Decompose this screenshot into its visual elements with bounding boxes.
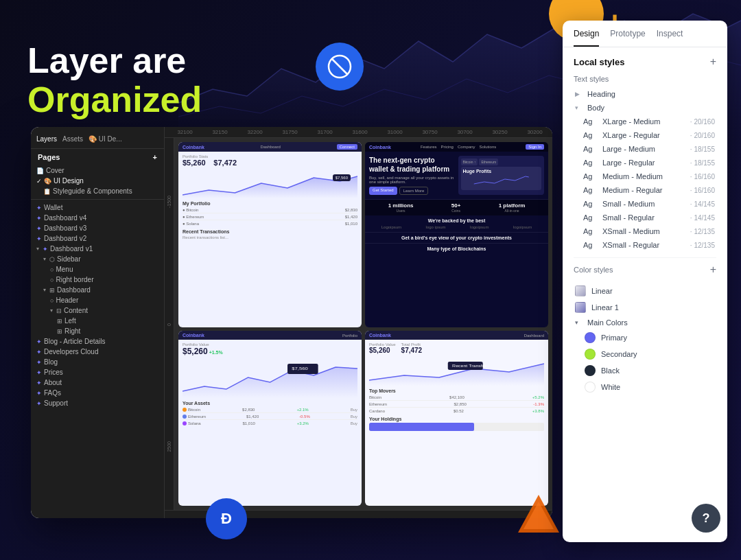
- color-styles-header: Color styles +: [574, 264, 716, 276]
- blockchains-text: Many type of Blockchains: [369, 246, 544, 251]
- frame-dashboard: Coinbank Dashboard Connect Portfolio Sta…: [178, 142, 362, 327]
- panel-tabs: Design Prototype Inspect: [563, 21, 727, 47]
- layer-menu[interactable]: ○ Menu: [31, 264, 164, 275]
- pages-list: 📄 Cover ✓ 🎨 UI Design 📋 Styleguide & Com…: [31, 165, 164, 200]
- dashboard-chart: [183, 171, 357, 198]
- help-icon: ?: [703, 511, 710, 526]
- white-color-swatch: [585, 382, 596, 393]
- layer-header[interactable]: ○ Header: [31, 295, 164, 305]
- layer-sidebar[interactable]: ▾ ⬡ Sidebar: [31, 254, 164, 264]
- pages-header: Pages +: [31, 149, 164, 165]
- blue-circle-icon: [316, 43, 364, 91]
- title-line2: Organized: [27, 80, 202, 119]
- frame-portfolio-header: Coinbank Portfolio: [178, 331, 362, 340]
- layer-dashboard-v3[interactable]: ✦ Dashboard v3: [31, 223, 164, 233]
- figma-panel-tabs: Layers Assets 🎨 UI De...: [31, 132, 164, 149]
- text-styles-label: Text styles: [574, 75, 716, 83]
- layer-left[interactable]: ⊞ Left: [31, 316, 164, 326]
- layer-dashboard-v1[interactable]: ▾ ✦ Dashboard v1: [31, 244, 164, 254]
- page-styleguide[interactable]: 📋 Styleguide & Components: [31, 186, 164, 196]
- style-large-medium[interactable]: Ag Large - Medium · 18/155: [574, 142, 716, 156]
- secondary-color-swatch: [585, 349, 596, 360]
- style-medium-medium[interactable]: Ag Medium - Medium · 16/160: [574, 170, 716, 183]
- layer-right[interactable]: ⊞ Right: [31, 326, 164, 336]
- style-xsmall-medium[interactable]: Ag XSmall - Medium · 12/135: [574, 224, 716, 238]
- layers-tab[interactable]: Layers: [36, 135, 57, 143]
- frame-landing: Coinbank Features Pricing Company Soluti…: [365, 142, 548, 327]
- style-linear[interactable]: Linear: [574, 283, 716, 299]
- layer-about[interactable]: ✦ About: [31, 377, 164, 388]
- body-arrow-icon: ▾: [575, 104, 582, 111]
- local-styles-title: Local styles: [574, 57, 624, 67]
- layer-dashboard-v2[interactable]: ✦ Dashboard v2: [31, 233, 164, 244]
- add-color-style-button[interactable]: +: [710, 264, 716, 276]
- figma-layers-panel: Layers Assets 🎨 UI De... Pages + 📄 Cover…: [31, 127, 165, 518]
- style-large-regular[interactable]: Ag Large - Regular · 18/155: [574, 156, 716, 170]
- coin-symbol: Ð: [221, 510, 232, 528]
- assets-tab[interactable]: Assets: [62, 135, 83, 143]
- design-panel: Design Prototype Inspect Local styles + …: [563, 21, 727, 542]
- tab-design[interactable]: Design: [574, 29, 599, 47]
- style-linear-1[interactable]: Linear 1: [574, 299, 716, 316]
- portfolio-chart: $7,560: [183, 360, 357, 398]
- slash-icon: [327, 54, 352, 79]
- style-group-body[interactable]: ▾ Body: [574, 101, 716, 115]
- color-styles-label: Color styles: [574, 266, 613, 274]
- style-xsmall-regular[interactable]: Ag XSmall - Regular · 12/135: [574, 238, 716, 252]
- body-style-items: Ag XLarge - Medium · 20/160 Ag XLarge - …: [574, 115, 716, 252]
- layer-content[interactable]: ▾ ⊟ Content: [31, 305, 164, 316]
- style-white[interactable]: White: [583, 379, 716, 395]
- color-styles-section: Color styles + Linear Linear 1 ▾ Main Co…: [574, 264, 716, 395]
- add-local-style-button[interactable]: +: [710, 56, 716, 68]
- black-color-swatch: [585, 365, 596, 376]
- tab-inspect[interactable]: Inspect: [657, 29, 683, 47]
- title-area: Layer are Organized: [27, 41, 202, 119]
- layers-list: ✦ Wallet ✦ Dashboard v4 ✦ Dashboard v3 ✦…: [31, 202, 164, 408]
- main-colors-arrow: ▾: [575, 319, 582, 326]
- style-medium-regular[interactable]: Ag Medium - Regular · 16/160: [574, 183, 716, 197]
- style-small-medium[interactable]: Ag Small - Medium · 14/145: [574, 197, 716, 211]
- layer-support[interactable]: ✦ Support: [31, 398, 164, 408]
- divider-1: [574, 257, 716, 258]
- ruler-vertical: -1500 0 2500: [165, 138, 174, 510]
- page-ui-design[interactable]: ✓ 🎨 UI Design: [31, 176, 164, 186]
- frame-dashboard-header: Coinbank Dashboard Connect: [178, 142, 362, 152]
- style-xlarge-regular[interactable]: Ag XLarge - Regular · 20/160: [574, 128, 716, 142]
- layer-blog[interactable]: ✦ Blog: [31, 357, 164, 367]
- ui-design-tab[interactable]: 🎨 UI De...: [89, 135, 122, 143]
- style-small-regular[interactable]: Ag Small - Regular · 14/145: [574, 211, 716, 224]
- pages-label: Pages: [38, 153, 60, 161]
- style-group-main-colors[interactable]: ▾ Main Colors: [574, 316, 716, 329]
- layer-dashboard[interactable]: ▾ ⊞ Dashboard: [31, 285, 164, 295]
- page-cover[interactable]: 📄 Cover: [31, 165, 164, 176]
- svg-line-1: [333, 60, 346, 73]
- deco-triangle: [515, 491, 563, 539]
- layer-faqs[interactable]: ✦ FAQs: [31, 388, 164, 398]
- layer-developers-cloud[interactable]: ✦ Developers Cloud: [31, 347, 164, 357]
- body-label: Body: [587, 104, 715, 112]
- layer-wallet[interactable]: ✦ Wallet: [31, 202, 164, 213]
- style-black[interactable]: Black: [583, 362, 716, 379]
- style-primary[interactable]: Primary: [583, 329, 716, 346]
- layer-prices[interactable]: ✦ Prices: [31, 367, 164, 377]
- main-color-items: Primary Secondary Black White: [574, 329, 716, 395]
- heading-arrow-icon: ▶: [575, 91, 582, 97]
- style-group-heading[interactable]: ▶ Heading: [574, 87, 716, 101]
- screenshot-frame: Layers Assets 🎨 UI De... Pages + 📄 Cover…: [31, 127, 552, 518]
- layer-blog-article[interactable]: ✦ Blog - Article Details: [31, 336, 164, 347]
- style-secondary[interactable]: Secondary: [583, 346, 716, 362]
- landing-headline: The next-gen crypto wallet & trading pla…: [369, 156, 456, 174]
- layer-right-border[interactable]: ○ Right border: [31, 275, 164, 285]
- layer-dashboard-v4[interactable]: ✦ Dashboard v4: [31, 213, 164, 223]
- title-line1: Layer are: [27, 41, 202, 80]
- add-page-button[interactable]: +: [153, 153, 157, 161]
- triangle-icon: [515, 491, 563, 539]
- tab-prototype[interactable]: Prototype: [610, 29, 645, 47]
- landing-mini-chart: [463, 174, 540, 187]
- ruler-horizontal: 32100 32150 32200 31750 31700 31600 3100…: [165, 127, 552, 138]
- style-xlarge-medium[interactable]: Ag XLarge - Medium · 20/160: [574, 115, 716, 128]
- help-button[interactable]: ?: [692, 504, 720, 533]
- birds-eye-text: Get a bird's eye view of your crypto inv…: [369, 235, 544, 240]
- page-styleguide-label: Styleguide & Components: [53, 187, 132, 195]
- linear1-color-swatch: [575, 302, 586, 313]
